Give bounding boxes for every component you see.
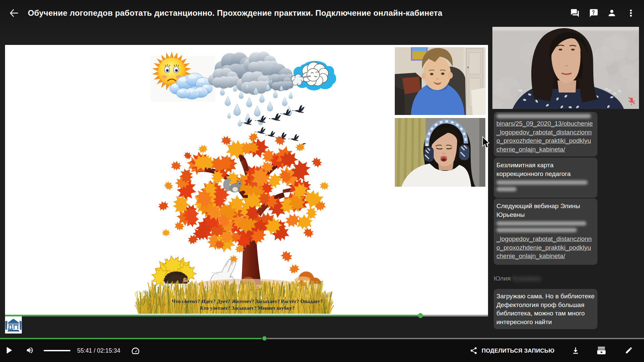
- svg-text:Кто улетает? Засыпает? Меняет: Кто улетает? Засыпает? Меняет шубку?: [200, 305, 294, 311]
- svg-text:Что светит? Идёт? Дует? Желтее: Что светит? Идёт? Дует? Желтеет? Засыхае…: [172, 298, 323, 304]
